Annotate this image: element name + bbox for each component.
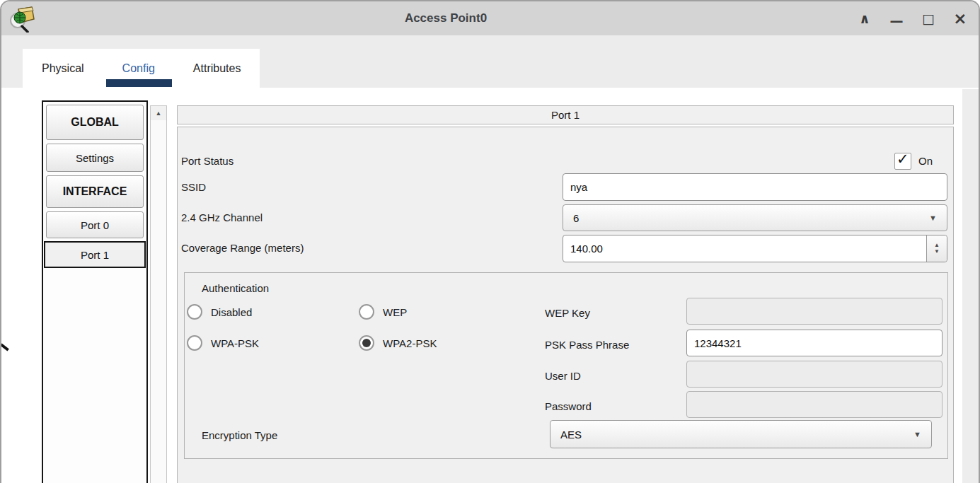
maximize-icon[interactable]: □ [921, 11, 935, 26]
coverage-value: 140.00 [563, 243, 926, 255]
psk-pass-phrase-label: PSK Pass Phrase [545, 339, 629, 351]
check-icon: ✓ [897, 151, 909, 168]
radio-wpa-psk[interactable] [187, 335, 202, 351]
channel-dropdown[interactable]: 6 ▼ [563, 204, 947, 231]
tab-label: Config [122, 62, 155, 75]
window-controls: ∧ — □ × [858, 1, 967, 35]
channel-value: 6 [573, 212, 579, 224]
sidebar-item-port1[interactable]: Port 1 [44, 241, 146, 268]
chevron-down-icon: ▼ [929, 214, 937, 222]
sidebar-scrollbar[interactable]: ▲ [150, 105, 167, 483]
collapse-icon[interactable]: ∧ [858, 11, 872, 26]
panel-title: Port 1 [177, 105, 954, 124]
tab-config[interactable]: Config [103, 49, 174, 88]
radio-wpa2-psk-label: WPA2-PSK [383, 337, 437, 349]
ssid-input[interactable] [563, 173, 947, 201]
port-status-on-label: On [918, 155, 933, 167]
radio-wep-label: WEP [383, 306, 407, 318]
sidebar-item-port0[interactable]: Port 0 [46, 211, 144, 238]
spinner-buttons: ▲ ▼ [926, 235, 947, 262]
scroll-up-icon[interactable]: ▲ [151, 106, 166, 120]
panel-scrollbar[interactable] [962, 89, 979, 483]
radio-wpa-psk-label: WPA-PSK [211, 337, 259, 349]
password-label: Password [545, 400, 592, 412]
titlebar[interactable]: Access Point0 ∧ — □ × [1, 1, 979, 36]
spin-down-icon[interactable]: ▼ [934, 249, 940, 255]
channel-label: 2.4 GHz Channel [181, 211, 263, 223]
radio-wep[interactable] [359, 304, 374, 320]
tab-label: Attributes [193, 62, 241, 75]
radio-wpa2-psk[interactable] [359, 335, 374, 351]
coverage-spinner[interactable]: 140.00 ▲ ▼ [563, 235, 947, 262]
password-input [686, 391, 942, 418]
wep-key-input [686, 298, 942, 325]
encryption-type-label: Encryption Type [202, 429, 277, 441]
app-window: Access Point0 ∧ — □ × Physical Config At… [0, 0, 980, 483]
radio-disabled[interactable] [187, 304, 202, 320]
port-status-checkbox[interactable]: ✓ [894, 153, 911, 170]
config-sidebar: GLOBAL Settings INTERFACE Port 0 Port 1 [42, 100, 148, 483]
user-id-label: User ID [545, 370, 581, 382]
psk-pass-phrase-input[interactable] [686, 330, 942, 356]
radio-disabled-label: Disabled [211, 306, 252, 318]
encryption-type-value: AES [560, 429, 582, 441]
chevron-down-icon: ▼ [913, 430, 921, 438]
coverage-label: Coverage Range (meters) [181, 242, 304, 254]
sidebar-item-interface[interactable]: INTERFACE [46, 175, 144, 208]
user-id-input [686, 361, 942, 388]
minimize-icon[interactable]: — [889, 13, 904, 28]
authentication-title: Authentication [202, 282, 269, 294]
wep-key-label: WEP Key [545, 307, 590, 319]
window-title: Access Point0 [1, 1, 890, 35]
tab-label: Physical [42, 62, 84, 75]
sidebar-item-settings[interactable]: Settings [46, 144, 144, 172]
sidebar-item-global[interactable]: GLOBAL [46, 105, 144, 140]
port-status-label: Port Status [181, 155, 234, 167]
tab-bar: Physical Config Attributes [23, 49, 260, 88]
close-icon[interactable]: × [953, 9, 967, 28]
tab-physical[interactable]: Physical [23, 49, 103, 88]
encryption-type-dropdown[interactable]: AES ▼ [550, 420, 932, 448]
ssid-label: SSID [181, 181, 206, 193]
spin-up-icon[interactable]: ▲ [934, 243, 940, 248]
tab-attributes[interactable]: Attributes [174, 49, 260, 88]
